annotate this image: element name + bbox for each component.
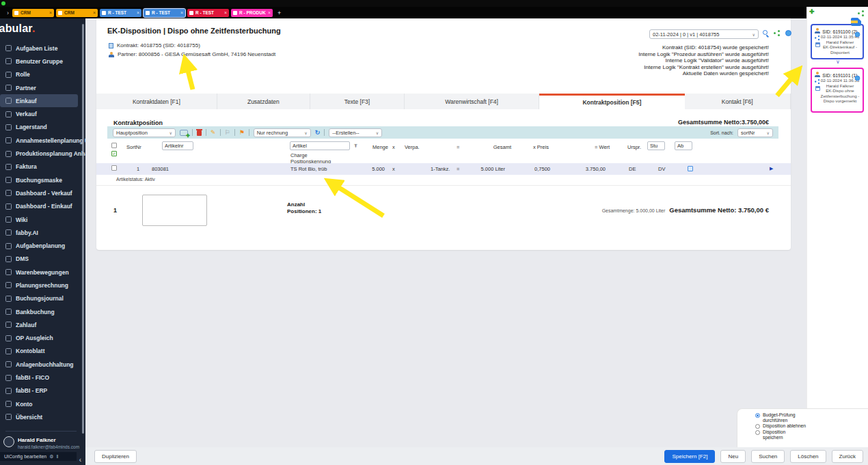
search-button[interactable]: Suchen (751, 450, 785, 463)
stu-filter-input[interactable] (647, 141, 665, 150)
gear-icon[interactable]: ⚙ (49, 454, 53, 460)
share-icon[interactable] (774, 30, 781, 36)
sidebar-item[interactable]: Anlagenbuchhaltung (0, 358, 82, 371)
sidebar-item[interactable]: fabby.AI (0, 226, 82, 239)
sidebar-item[interactable]: Buchungsjournal (0, 292, 82, 305)
ab-filter-input[interactable] (675, 141, 692, 150)
browser-tab-crm-2[interactable]: CRM × (56, 9, 98, 17)
sidebar-item[interactable]: fabBI - FICO (0, 371, 82, 384)
new-tab-button[interactable]: + (277, 10, 281, 16)
history-chevron-down-icon[interactable]: ∨ (807, 59, 868, 65)
browser-tab-rtest-3[interactable]: R - TEST × (187, 9, 229, 17)
radio-icon[interactable] (755, 413, 760, 418)
status-circle-icon[interactable] (855, 32, 860, 38)
bookmark-icon[interactable]: ⚑ (239, 130, 245, 136)
row-expand-icon[interactable]: ▶ (770, 166, 773, 171)
save-button[interactable]: Speichern [F2] (664, 450, 715, 463)
invoice-filter-select[interactable]: Nur rechnung ∨ (254, 128, 311, 137)
radio-icon[interactable] (755, 430, 760, 435)
sidebar-collapse-chevron-icon[interactable]: ‹ (79, 456, 81, 464)
sidebar-item[interactable]: DMS (0, 253, 82, 266)
edit-icon[interactable]: ✎ (211, 130, 216, 136)
tab-zusatzdaten[interactable]: Zusatzdaten (217, 94, 310, 109)
sidebar-item[interactable]: Warenbewegungen (0, 266, 82, 279)
create-select[interactable]: --Erstellen-- ∨ (329, 128, 382, 137)
sidebar-item[interactable]: Kontoblatt (0, 345, 82, 358)
sidebar-item[interactable]: Aufgaben Liste (0, 42, 82, 55)
select-all-checkbox[interactable] (111, 143, 117, 148)
history-card-1[interactable]: SID: 6191100 (2) 02-11-2024 11:35:46 Har… (811, 24, 864, 59)
sidebar-item[interactable]: OP Ausgleich (0, 332, 82, 345)
sidebar-item[interactable]: Konto (0, 397, 82, 410)
sidebar-item[interactable]: Benutzer Gruppe (0, 55, 82, 68)
artikel-filter-input[interactable] (290, 141, 350, 150)
new-button[interactable]: Neu (720, 450, 746, 463)
sidebar-item[interactable]: Rolle (0, 68, 82, 81)
sidebar-item[interactable]: Annahmestellenplanung Unkel (0, 134, 82, 147)
sidebar-item[interactable]: Verkauf (0, 107, 82, 120)
sidebar-item[interactable]: Zahlauf (0, 318, 82, 331)
tab-close-icon[interactable]: × (93, 10, 96, 15)
flag-icon[interactable]: ⚐ (225, 130, 230, 136)
browser-tab-produktiv[interactable]: R - PRODUKTIV × (231, 9, 273, 17)
sidebar-item[interactable]: Dashboard - Verkauf (0, 186, 82, 199)
sidebar-item[interactable]: Aufgabenplanung (0, 239, 82, 252)
search-icon[interactable] (763, 30, 769, 36)
tab-close-icon[interactable]: × (224, 10, 227, 15)
tab-overflow-chevron-icon[interactable]: › (7, 10, 9, 16)
status-circle-icon[interactable] (855, 76, 860, 81)
radio-icon[interactable] (755, 424, 760, 429)
tab-close-icon[interactable]: × (268, 10, 271, 15)
table-row[interactable]: 1 803081 TS Rot Bio, trüb 5.000 x 1-Tank… (96, 163, 791, 175)
back-button[interactable]: Zurück (832, 450, 863, 463)
sidebar-item[interactable]: Produktionsplanung Anhausen (0, 147, 82, 160)
uiconfig-button[interactable]: UIConfig bearbeiten ⚙ ‖ (0, 452, 77, 461)
document-help-icon[interactable] (851, 18, 861, 26)
artikelnr-filter-input[interactable] (162, 141, 193, 150)
sidebar-item[interactable]: Lagerstand (0, 121, 82, 134)
sidebar-item[interactable]: Faktura (0, 160, 82, 173)
sidebar-scrollbar[interactable] (82, 24, 84, 434)
refresh-icon[interactable]: ↻ (315, 130, 321, 136)
sidebar-item[interactable]: Einkauf (0, 94, 78, 107)
history-card-2[interactable]: SID: 6191101 (1) 02-11-2024 11:36:33 Har… (811, 68, 864, 113)
pause-icon[interactable]: ‖ (57, 454, 59, 459)
add-position-icon[interactable]: ✚ (180, 130, 188, 136)
filter-icon[interactable]: Ŧ (354, 143, 357, 149)
radio-option[interactable]: Disposition ablehnen (755, 423, 868, 429)
note-textarea[interactable] (142, 195, 207, 226)
delete-button[interactable]: Löschen (790, 450, 826, 463)
browser-tab-crm-1[interactable]: CRM × (12, 9, 54, 17)
sidebar-item[interactable]: Bankbuchung (0, 305, 82, 318)
sidebar-item[interactable]: Übersicht (0, 410, 82, 423)
sidebar-item[interactable]: Dashboard - Einkauf (0, 200, 82, 213)
tab-kontraktposition[interactable]: Kontraktposition [F5] (539, 94, 684, 109)
share-icon[interactable] (858, 10, 865, 16)
tab-warenwirtschaft[interactable]: Warenwirtschaft [F4] (405, 94, 539, 109)
browser-tab-rtest-1[interactable]: R - TEST × (100, 9, 141, 17)
row-checkbox[interactable] (111, 165, 117, 171)
sidebar-item[interactable]: Buchungsmaske (0, 173, 82, 186)
tab-texte[interactable]: Texte [F3] (310, 94, 405, 109)
tab-close-icon[interactable]: × (180, 10, 183, 15)
tab-close-icon[interactable]: × (49, 10, 52, 15)
sidebar-item[interactable]: fabBI - ERP (0, 384, 82, 397)
version-select[interactable]: 02-11-2024 | 0 | v1 | 4018755 ∨ (649, 29, 759, 39)
select-all-checked-icon[interactable]: ✓ (111, 151, 117, 156)
row-flag-checkbox[interactable] (688, 166, 693, 171)
sort-select[interactable]: sortNr ∨ (737, 128, 773, 137)
refresh-status-icon[interactable] (785, 30, 791, 36)
tab-close-icon[interactable]: × (137, 10, 139, 15)
delete-position-icon[interactable] (197, 130, 202, 136)
add-icon[interactable]: ✚ (809, 8, 815, 15)
position-type-select[interactable]: Hauptposition ∨ (113, 128, 176, 137)
tab-kontakt[interactable]: Kontakt [F6] (685, 94, 791, 109)
sidebar-item[interactable]: Wiki (0, 213, 82, 226)
browser-tab-rtest-2-active[interactable]: R - TEST × (144, 9, 185, 17)
tab-kontraktdaten[interactable]: Kontraktdaten [F1] (96, 94, 217, 109)
sidebar-item[interactable]: Planungsrechnung (0, 279, 82, 292)
radio-option[interactable]: Budget-Prüfung durchführen (755, 412, 868, 423)
duplicate-button[interactable]: Duplizieren (94, 450, 137, 463)
radio-option[interactable]: Disposition speichern (755, 429, 868, 440)
sidebar-item[interactable]: Partner (0, 81, 82, 94)
